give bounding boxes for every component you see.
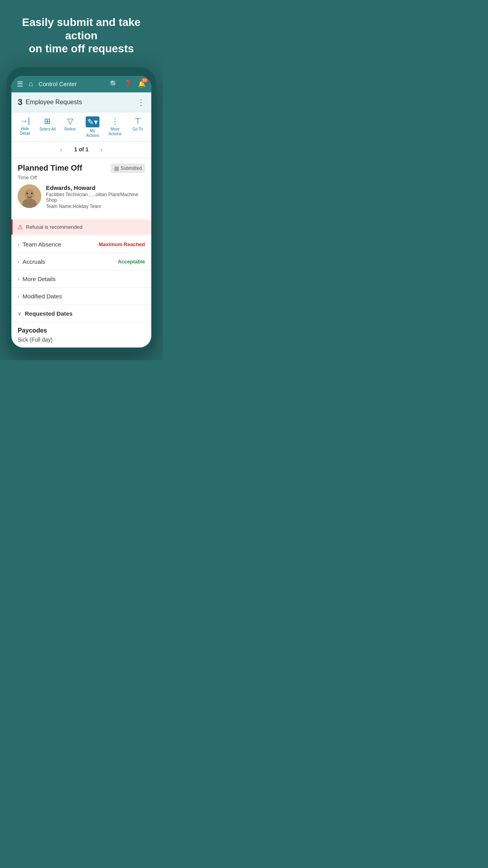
employee-row: Edwards, Howard Facilities Technician , … — [18, 184, 145, 209]
go-to-label: Go To — [132, 127, 143, 132]
menu-icon[interactable]: ☰ — [17, 80, 23, 88]
notification-bell-wrapper[interactable]: 🔔 31 — [138, 80, 146, 88]
prev-page-button[interactable]: ‹ — [60, 145, 62, 154]
my-actions-icon: ✎▾ — [86, 116, 99, 127]
requested-dates-label: Requested Dates — [25, 310, 145, 317]
svg-point-3 — [26, 193, 28, 194]
more-actions-icon: ⋮ — [111, 116, 119, 126]
select-all-button[interactable]: ⊞ Select All — [38, 116, 57, 132]
content-header-title: Employee Requests — [26, 99, 137, 106]
hero-title: Easily submit and take action on time of… — [8, 16, 155, 55]
content-header: 3 Employee Requests ⋮ — [11, 92, 151, 112]
navbar-title: Control Center — [39, 81, 104, 87]
accruals-status: Acceptable — [118, 259, 145, 265]
paycodes-title: Paycodes — [18, 327, 145, 334]
pagination: ‹ 1 of 1 › — [11, 142, 151, 158]
accruals-label: Accruals — [22, 258, 117, 265]
accruals-arrow: › — [18, 259, 19, 265]
toolbar: →| HideDetail ⊞ Select All ▽ Refine ✎▾ M… — [11, 112, 151, 142]
go-to-button[interactable]: ⊤ Go To — [128, 116, 147, 132]
requested-dates-row[interactable]: ∨ Requested Dates — [11, 305, 151, 322]
phone-frame: ☰ ⌂ Control Center 🔍 ❓ 🔔 31 3 Employee R… — [7, 67, 156, 352]
more-details-label: More Details — [22, 276, 145, 282]
team-absence-arrow: › — [18, 241, 19, 247]
search-icon[interactable]: 🔍 — [110, 80, 118, 88]
status-label: Submitted — [121, 166, 142, 171]
status-badge: ▦ Submitted — [111, 164, 145, 173]
request-count: 3 — [18, 97, 22, 107]
paycodes-item: Sick (Full day) — [18, 337, 145, 343]
refine-icon: ▽ — [67, 116, 73, 126]
notification-badge: 31 — [141, 78, 148, 83]
paycodes-section: Paycodes Sick (Full day) — [11, 322, 151, 348]
warning-text: Refusal is recommended — [26, 224, 83, 230]
modified-dates-row[interactable]: › Modified Dates — [11, 288, 151, 305]
employee-role: Facilities Technician , ...olitan Plant/… — [46, 192, 145, 203]
my-actions-button[interactable]: ✎▾ MyActions — [83, 116, 103, 138]
go-to-icon: ⊤ — [134, 116, 141, 126]
select-all-label: Select All — [39, 127, 55, 132]
requested-dates-arrow: ∨ — [18, 311, 22, 316]
avatar-image — [18, 184, 41, 208]
refine-label: Refine — [64, 127, 76, 132]
status-icon: ▦ — [114, 165, 119, 171]
accruals-row[interactable]: › Accruals Acceptable — [11, 253, 151, 270]
svg-point-4 — [31, 193, 33, 194]
hide-detail-label: HideDetail — [20, 127, 30, 136]
request-title: Planned Time Off — [18, 164, 82, 173]
help-icon[interactable]: ❓ — [124, 80, 132, 88]
more-details-arrow: › — [18, 276, 19, 282]
my-actions-label: MyActions — [86, 129, 99, 138]
hide-detail-icon: →| — [20, 116, 30, 125]
modified-dates-label: Modified Dates — [22, 293, 145, 300]
warning-icon: ⚠ — [17, 223, 23, 231]
more-actions-button[interactable]: ⋮ MoreActions — [105, 116, 125, 136]
expand-sections: › Team Absence Maximum Reached › Accrual… — [11, 235, 151, 322]
request-category: Time Off — [18, 175, 145, 180]
warning-bar: ⚠ Refusal is recommended — [11, 219, 151, 235]
team-absence-row[interactable]: › Team Absence Maximum Reached — [11, 236, 151, 253]
content-menu-icon[interactable]: ⋮ — [137, 97, 145, 107]
pagination-text: 1 of 1 — [74, 146, 89, 153]
hero-section: Easily submit and take action on time of… — [8, 16, 155, 67]
more-details-row[interactable]: › More Details — [11, 270, 151, 288]
team-absence-label: Team Absence — [22, 241, 99, 248]
team-absence-status: Maximum Reached — [99, 241, 145, 247]
employee-team: Team Name:Holiday Team — [46, 204, 145, 209]
employee-info: Edwards, Howard Facilities Technician , … — [46, 184, 145, 209]
more-actions-label: MoreActions — [109, 127, 122, 136]
request-header: Planned Time Off ▦ Submitted — [18, 164, 145, 173]
hide-detail-button[interactable]: →| HideDetail — [15, 116, 35, 136]
request-card: Planned Time Off ▦ Submitted Time Off — [11, 158, 151, 219]
navbar: ☰ ⌂ Control Center 🔍 ❓ 🔔 31 — [11, 76, 151, 92]
next-page-button[interactable]: › — [100, 145, 103, 154]
refine-button[interactable]: ▽ Refine — [60, 116, 80, 132]
phone-notch — [66, 72, 97, 76]
home-icon[interactable]: ⌂ — [29, 80, 33, 88]
phone-screen: ☰ ⌂ Control Center 🔍 ❓ 🔔 31 3 Employee R… — [11, 76, 151, 348]
avatar — [18, 184, 41, 208]
modified-dates-arrow: › — [18, 293, 19, 299]
select-all-icon: ⊞ — [44, 116, 51, 126]
employee-name: Edwards, Howard — [46, 184, 145, 191]
